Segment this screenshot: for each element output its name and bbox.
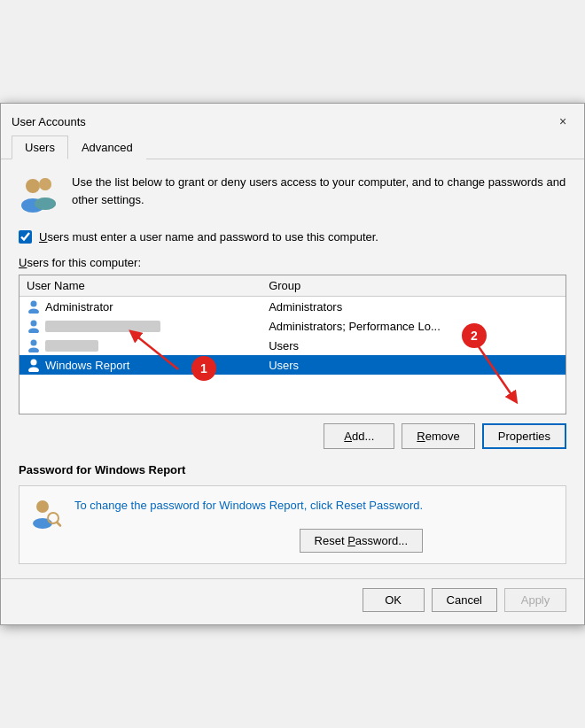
users-table-container: User Name Group [19, 275, 566, 414]
password-text: To change the password for Windows Repor… [74, 499, 423, 512]
users-section-label: Users for this computer: [19, 256, 566, 269]
users-table: User Name Group [20, 275, 566, 414]
password-user-icon [30, 497, 64, 531]
tab-users[interactable]: Users [12, 136, 68, 159]
user-name-cell: Administrator [20, 297, 261, 317]
svg-point-5 [35, 197, 56, 210]
svg-point-19 [33, 518, 52, 529]
svg-point-12 [31, 360, 37, 366]
window-title: User Accounts [12, 115, 86, 128]
user-name-cell [20, 336, 261, 355]
svg-point-6 [31, 301, 37, 307]
title-bar: User Accounts × [1, 104, 584, 132]
table-row[interactable]: Users [20, 336, 566, 355]
user-avatar-icon [27, 338, 41, 352]
tab-advanced[interactable]: Advanced [68, 136, 146, 159]
info-text: Use the list below to grant or deny user… [72, 174, 566, 208]
empty-row [20, 375, 566, 394]
add-button[interactable]: Add... [324, 423, 394, 449]
reset-password-button[interactable]: Reset Password... [300, 529, 424, 553]
main-content: Use the list below to grant or deny user… [1, 159, 584, 578]
user-avatar-icon-selected [27, 358, 41, 372]
svg-point-7 [28, 309, 39, 314]
users-table-wrapper: User Name Group [19, 275, 566, 414]
user-avatar-icon [27, 319, 41, 333]
user-action-buttons: Add... Remove Properties [19, 423, 566, 449]
password-row: To change the password for Windows Repor… [30, 497, 555, 553]
remove-button[interactable]: Remove [402, 423, 474, 449]
password-section: To change the password for Windows Repor… [19, 485, 566, 564]
tabs-row: Users Advanced [1, 132, 584, 159]
col-header-username: User Name [20, 275, 261, 297]
must-login-checkbox[interactable] [19, 230, 32, 244]
svg-point-4 [39, 178, 51, 190]
checkbox-label: Users must enter a user name and passwor… [39, 230, 378, 244]
blurred-username-2 [45, 340, 98, 352]
user-accounts-dialog: User Accounts × Users Advanced Use [0, 103, 585, 625]
user-name-cell [20, 316, 261, 336]
svg-line-21 [58, 523, 61, 526]
selected-user-name: Windows Report [45, 359, 129, 372]
svg-point-8 [31, 321, 37, 327]
password-text-block: To change the password for Windows Repor… [74, 497, 423, 553]
user-group-cell: Users [261, 336, 566, 355]
checkbox-row[interactable]: Users must enter a user name and passwor… [19, 230, 566, 244]
svg-point-18 [36, 500, 49, 513]
user-name: Administrator [45, 300, 113, 314]
svg-point-11 [28, 348, 39, 353]
selected-user-group: Users [261, 355, 566, 375]
properties-button[interactable]: Properties [482, 423, 566, 449]
user-name-cell-selected: Windows Report [20, 355, 261, 375]
close-button[interactable]: × [552, 111, 573, 132]
bottom-bar: OK Cancel Apply [1, 578, 584, 624]
password-section-title: Password for Windows Report [19, 463, 566, 476]
table-row[interactable]: Administrators; Performance Lo... [20, 316, 566, 336]
cancel-button[interactable]: Cancel [432, 588, 497, 612]
users-icon [19, 174, 61, 216]
blurred-username [45, 321, 160, 332]
table-row-selected[interactable]: Windows Report Users [20, 355, 566, 375]
col-header-group: Group [261, 275, 566, 297]
table-row[interactable]: Administrator Administrators [20, 297, 566, 317]
svg-point-0 [26, 179, 40, 193]
svg-point-9 [28, 329, 39, 334]
empty-row [20, 394, 566, 414]
info-row: Use the list below to grant or deny user… [19, 174, 566, 216]
reset-btn-row: Reset Password... [74, 522, 423, 553]
svg-point-13 [28, 368, 39, 373]
svg-point-10 [31, 340, 37, 346]
apply-button: Apply [504, 588, 566, 612]
user-group-cell: Administrators [261, 297, 566, 317]
ok-button[interactable]: OK [363, 588, 425, 612]
user-avatar-icon [27, 299, 41, 314]
user-group-cell: Administrators; Performance Lo... [261, 316, 566, 336]
